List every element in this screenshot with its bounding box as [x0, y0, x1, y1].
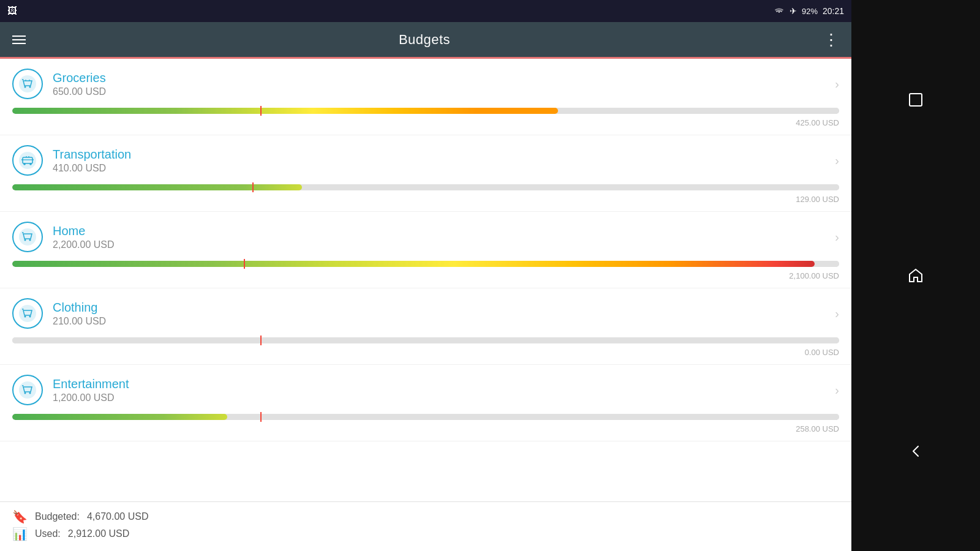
footer: 🔖 Budgeted: 4,670.00 USD 📊 Used: 2,912.0… — [0, 501, 851, 551]
budget-item-transportation[interactable]: Transportation 410.00 USD › 129.00 USD — [0, 135, 851, 212]
home-name: Home — [53, 224, 115, 238]
nav-home-button[interactable] — [897, 257, 934, 294]
budget-item-entertainment[interactable]: Entertainment 1,200.00 USD › 258.00 USD — [0, 365, 851, 441]
clothing-header: Clothing 210.00 USD › — [12, 298, 839, 329]
page-title: Budgets — [399, 32, 450, 48]
wifi-icon — [774, 6, 785, 17]
android-nav-bar — [851, 0, 980, 551]
clothing-chevron: › — [835, 307, 839, 321]
home-chevron: › — [835, 230, 839, 244]
status-bar-right: ✈ 92% 20:21 — [774, 6, 844, 17]
home-left: Home 2,200.00 USD — [12, 222, 115, 252]
battery-indicator: 92% — [802, 7, 818, 16]
groceries-chevron: › — [835, 77, 839, 91]
app-container: 🖼 ✈ 92% 20:21 Budgets ⋮ — [0, 0, 851, 551]
status-bar-left: 🖼 — [7, 6, 17, 17]
used-amount: 2,912.00 USD — [68, 528, 130, 539]
entertainment-progress-fill — [12, 414, 227, 420]
groceries-header: Groceries 650.00 USD › — [12, 69, 839, 99]
svg-point-14 — [24, 392, 26, 394]
budgeted-row: 🔖 Budgeted: 4,670.00 USD — [12, 509, 839, 524]
nav-square-button[interactable] — [897, 81, 934, 118]
used-row: 📊 Used: 2,912.00 USD — [12, 527, 839, 541]
clothing-progress-track — [12, 337, 839, 343]
transportation-info: Transportation 410.00 USD — [53, 148, 131, 174]
menu-button[interactable] — [12, 36, 26, 44]
clothing-name: Clothing — [53, 301, 106, 315]
transportation-name: Transportation — [53, 148, 131, 162]
groceries-progress-marker — [260, 106, 262, 116]
entertainment-left: Entertainment 1,200.00 USD — [12, 375, 129, 405]
time-display: 20:21 — [823, 6, 844, 16]
entertainment-chevron: › — [835, 383, 839, 397]
transportation-left: Transportation 410.00 USD — [12, 145, 131, 176]
svg-point-5 — [23, 163, 26, 165]
budget-list: Groceries 650.00 USD › 425.00 USD — [0, 59, 851, 501]
entertainment-name: Entertainment — [53, 377, 129, 391]
groceries-name: Groceries — [53, 71, 106, 85]
home-progress-container — [12, 261, 839, 267]
svg-point-1 — [24, 86, 26, 88]
transportation-progress-container — [12, 184, 839, 190]
home-progress-track — [12, 261, 839, 267]
svg-point-9 — [29, 239, 31, 241]
svg-point-3 — [19, 152, 36, 169]
transportation-budget: 410.00 USD — [53, 163, 131, 174]
used-icon: 📊 — [12, 527, 28, 541]
toolbar: Budgets ⋮ — [0, 22, 851, 59]
entertainment-icon — [12, 375, 43, 405]
clothing-info: Clothing 210.00 USD — [53, 301, 106, 327]
home-info: Home 2,200.00 USD — [53, 224, 115, 250]
clothing-icon — [12, 298, 43, 329]
groceries-left: Groceries 650.00 USD — [12, 69, 106, 99]
transportation-progress-marker — [252, 182, 254, 192]
svg-point-8 — [24, 239, 26, 241]
clothing-budget: 210.00 USD — [53, 316, 106, 327]
entertainment-header: Entertainment 1,200.00 USD › — [12, 375, 839, 405]
transportation-header: Transportation 410.00 USD › — [12, 145, 839, 176]
more-options-button[interactable]: ⋮ — [823, 32, 839, 48]
clothing-progress-container — [12, 337, 839, 343]
budget-item-home[interactable]: Home 2,200.00 USD › 2,100.00 USD — [0, 212, 851, 288]
groceries-budget: 650.00 USD — [53, 86, 106, 97]
home-budget: 2,200.00 USD — [53, 239, 115, 250]
svg-point-7 — [19, 228, 36, 246]
clothing-left: Clothing 210.00 USD — [12, 298, 106, 329]
budget-item-groceries[interactable]: Groceries 650.00 USD › 425.00 USD — [0, 59, 851, 135]
home-progress-marker — [244, 259, 245, 269]
transportation-spent: 129.00 USD — [12, 195, 839, 204]
svg-point-0 — [19, 75, 36, 92]
home-progress-fill — [12, 261, 815, 267]
svg-point-13 — [19, 381, 36, 399]
budgeted-label: Budgeted: — [35, 511, 80, 522]
groceries-progress-fill — [12, 108, 558, 114]
svg-point-10 — [19, 305, 36, 322]
groceries-info: Groceries 650.00 USD — [53, 71, 106, 97]
budget-item-clothing[interactable]: Clothing 210.00 USD › 0.00 USD — [0, 288, 851, 365]
used-label: Used: — [35, 528, 61, 539]
groceries-icon — [12, 69, 43, 99]
entertainment-progress-track — [12, 414, 839, 420]
groceries-spent: 425.00 USD — [12, 118, 839, 127]
status-bar: 🖼 ✈ 92% 20:21 — [0, 0, 851, 22]
home-header: Home 2,200.00 USD › — [12, 222, 839, 252]
svg-point-11 — [24, 316, 26, 318]
entertainment-progress-container — [12, 414, 839, 420]
transportation-progress-fill — [12, 184, 302, 190]
svg-rect-16 — [910, 94, 922, 106]
entertainment-budget: 1,200.00 USD — [53, 392, 129, 403]
home-spent: 2,100.00 USD — [12, 271, 839, 280]
entertainment-spent: 258.00 USD — [12, 424, 839, 433]
entertainment-info: Entertainment 1,200.00 USD — [53, 377, 129, 403]
screenshot-icon: 🖼 — [7, 6, 17, 17]
svg-point-6 — [29, 163, 32, 165]
svg-point-12 — [29, 316, 31, 318]
transportation-progress-track — [12, 184, 839, 190]
clothing-progress-marker — [260, 335, 262, 345]
airplane-icon: ✈ — [790, 6, 797, 16]
svg-point-2 — [29, 86, 31, 88]
home-icon — [12, 222, 43, 252]
transportation-chevron: › — [835, 154, 839, 168]
nav-back-button[interactable] — [897, 433, 934, 470]
budgeted-icon: 🔖 — [12, 509, 28, 524]
